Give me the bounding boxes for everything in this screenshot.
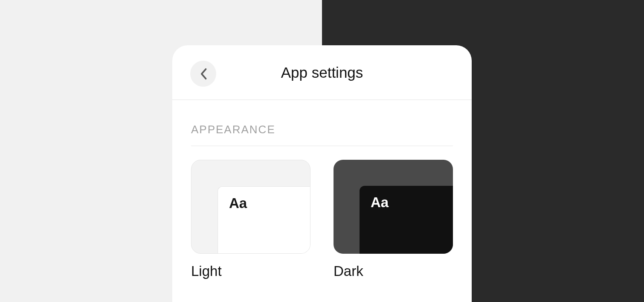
theme-label-dark: Dark	[334, 263, 453, 279]
chevron-left-icon	[199, 68, 208, 80]
theme-preview-dark: Aa	[334, 160, 453, 254]
theme-preview-light-sample: Aa	[218, 186, 310, 253]
theme-preview-light: Aa	[191, 160, 310, 254]
back-button[interactable]	[190, 61, 216, 87]
page-title: App settings	[281, 64, 363, 81]
theme-options: Aa Light Aa Dark	[191, 160, 453, 279]
theme-label-light: Light	[191, 263, 310, 279]
content: APPEARANCE Aa Light Aa Dark	[172, 100, 472, 279]
theme-preview-dark-sample: Aa	[360, 186, 453, 254]
section-label-appearance: APPEARANCE	[191, 123, 453, 146]
theme-option-light[interactable]: Aa Light	[191, 160, 310, 279]
header: App settings	[172, 45, 472, 100]
settings-card: App settings APPEARANCE Aa Light Aa Dark	[172, 45, 472, 302]
theme-option-dark[interactable]: Aa Dark	[334, 160, 453, 279]
